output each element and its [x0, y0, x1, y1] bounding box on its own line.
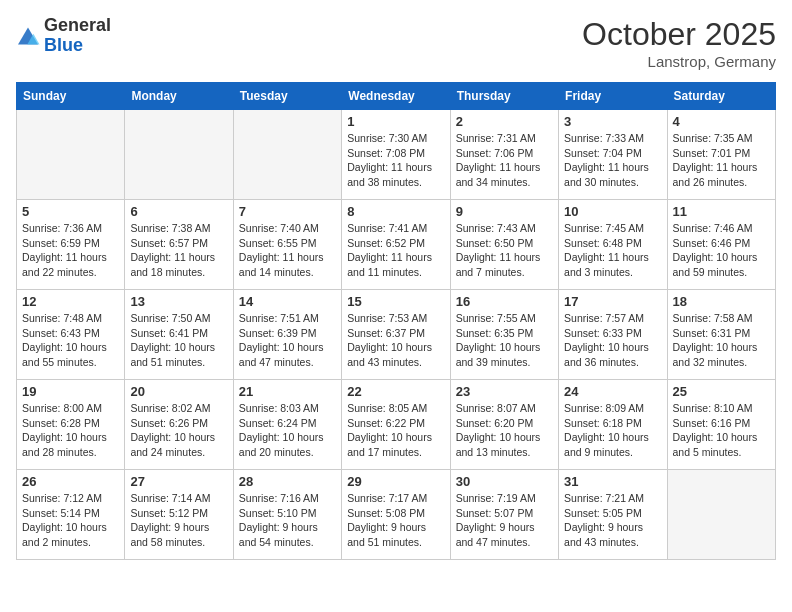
day-number: 17 [564, 294, 661, 309]
logo-general: General [44, 15, 111, 35]
day-number: 9 [456, 204, 553, 219]
day-info: Sunrise: 8:05 AM Sunset: 6:22 PM Dayligh… [347, 401, 444, 460]
calendar-cell: 31Sunrise: 7:21 AM Sunset: 5:05 PM Dayli… [559, 470, 667, 560]
calendar-header: SundayMondayTuesdayWednesdayThursdayFrid… [17, 83, 776, 110]
day-number: 25 [673, 384, 770, 399]
calendar-cell: 11Sunrise: 7:46 AM Sunset: 6:46 PM Dayli… [667, 200, 775, 290]
logo-text: General Blue [44, 16, 111, 56]
day-info: Sunrise: 8:09 AM Sunset: 6:18 PM Dayligh… [564, 401, 661, 460]
day-info: Sunrise: 7:31 AM Sunset: 7:06 PM Dayligh… [456, 131, 553, 190]
day-number: 15 [347, 294, 444, 309]
day-info: Sunrise: 7:40 AM Sunset: 6:55 PM Dayligh… [239, 221, 336, 280]
calendar-cell: 24Sunrise: 8:09 AM Sunset: 6:18 PM Dayli… [559, 380, 667, 470]
weekday-header: Thursday [450, 83, 558, 110]
day-info: Sunrise: 8:07 AM Sunset: 6:20 PM Dayligh… [456, 401, 553, 460]
day-number: 13 [130, 294, 227, 309]
day-info: Sunrise: 7:21 AM Sunset: 5:05 PM Dayligh… [564, 491, 661, 550]
day-number: 30 [456, 474, 553, 489]
day-info: Sunrise: 7:17 AM Sunset: 5:08 PM Dayligh… [347, 491, 444, 550]
calendar-cell: 19Sunrise: 8:00 AM Sunset: 6:28 PM Dayli… [17, 380, 125, 470]
day-number: 10 [564, 204, 661, 219]
calendar-cell: 28Sunrise: 7:16 AM Sunset: 5:10 PM Dayli… [233, 470, 341, 560]
day-number: 29 [347, 474, 444, 489]
calendar-cell: 20Sunrise: 8:02 AM Sunset: 6:26 PM Dayli… [125, 380, 233, 470]
calendar-cell: 6Sunrise: 7:38 AM Sunset: 6:57 PM Daylig… [125, 200, 233, 290]
day-number: 21 [239, 384, 336, 399]
calendar-week-row: 1Sunrise: 7:30 AM Sunset: 7:08 PM Daylig… [17, 110, 776, 200]
weekday-header: Wednesday [342, 83, 450, 110]
day-number: 11 [673, 204, 770, 219]
calendar-week-row: 26Sunrise: 7:12 AM Sunset: 5:14 PM Dayli… [17, 470, 776, 560]
day-number: 14 [239, 294, 336, 309]
calendar-cell: 3Sunrise: 7:33 AM Sunset: 7:04 PM Daylig… [559, 110, 667, 200]
day-info: Sunrise: 7:55 AM Sunset: 6:35 PM Dayligh… [456, 311, 553, 370]
calendar-cell: 16Sunrise: 7:55 AM Sunset: 6:35 PM Dayli… [450, 290, 558, 380]
calendar-cell: 23Sunrise: 8:07 AM Sunset: 6:20 PM Dayli… [450, 380, 558, 470]
calendar-cell [667, 470, 775, 560]
day-info: Sunrise: 7:53 AM Sunset: 6:37 PM Dayligh… [347, 311, 444, 370]
day-number: 28 [239, 474, 336, 489]
day-info: Sunrise: 7:16 AM Sunset: 5:10 PM Dayligh… [239, 491, 336, 550]
month-title: October 2025 [582, 16, 776, 53]
day-number: 2 [456, 114, 553, 129]
page-header: General Blue October 2025 Lanstrop, Germ… [16, 16, 776, 70]
calendar-cell: 2Sunrise: 7:31 AM Sunset: 7:06 PM Daylig… [450, 110, 558, 200]
calendar-cell: 22Sunrise: 8:05 AM Sunset: 6:22 PM Dayli… [342, 380, 450, 470]
day-number: 4 [673, 114, 770, 129]
day-info: Sunrise: 8:02 AM Sunset: 6:26 PM Dayligh… [130, 401, 227, 460]
calendar-week-row: 19Sunrise: 8:00 AM Sunset: 6:28 PM Dayli… [17, 380, 776, 470]
calendar-cell: 21Sunrise: 8:03 AM Sunset: 6:24 PM Dayli… [233, 380, 341, 470]
title-block: October 2025 Lanstrop, Germany [582, 16, 776, 70]
calendar-cell: 8Sunrise: 7:41 AM Sunset: 6:52 PM Daylig… [342, 200, 450, 290]
day-number: 6 [130, 204, 227, 219]
calendar-cell: 26Sunrise: 7:12 AM Sunset: 5:14 PM Dayli… [17, 470, 125, 560]
calendar-cell: 7Sunrise: 7:40 AM Sunset: 6:55 PM Daylig… [233, 200, 341, 290]
day-info: Sunrise: 8:00 AM Sunset: 6:28 PM Dayligh… [22, 401, 119, 460]
calendar-cell: 5Sunrise: 7:36 AM Sunset: 6:59 PM Daylig… [17, 200, 125, 290]
day-info: Sunrise: 7:35 AM Sunset: 7:01 PM Dayligh… [673, 131, 770, 190]
day-info: Sunrise: 7:12 AM Sunset: 5:14 PM Dayligh… [22, 491, 119, 550]
day-number: 3 [564, 114, 661, 129]
day-info: Sunrise: 7:41 AM Sunset: 6:52 PM Dayligh… [347, 221, 444, 280]
day-info: Sunrise: 7:36 AM Sunset: 6:59 PM Dayligh… [22, 221, 119, 280]
day-number: 22 [347, 384, 444, 399]
day-number: 12 [22, 294, 119, 309]
day-number: 7 [239, 204, 336, 219]
calendar-cell [125, 110, 233, 200]
calendar-cell [233, 110, 341, 200]
day-number: 23 [456, 384, 553, 399]
weekday-header: Monday [125, 83, 233, 110]
day-info: Sunrise: 7:58 AM Sunset: 6:31 PM Dayligh… [673, 311, 770, 370]
calendar-cell: 1Sunrise: 7:30 AM Sunset: 7:08 PM Daylig… [342, 110, 450, 200]
day-info: Sunrise: 7:45 AM Sunset: 6:48 PM Dayligh… [564, 221, 661, 280]
day-info: Sunrise: 7:38 AM Sunset: 6:57 PM Dayligh… [130, 221, 227, 280]
day-info: Sunrise: 7:43 AM Sunset: 6:50 PM Dayligh… [456, 221, 553, 280]
day-info: Sunrise: 7:48 AM Sunset: 6:43 PM Dayligh… [22, 311, 119, 370]
day-number: 1 [347, 114, 444, 129]
day-info: Sunrise: 7:50 AM Sunset: 6:41 PM Dayligh… [130, 311, 227, 370]
day-info: Sunrise: 8:03 AM Sunset: 6:24 PM Dayligh… [239, 401, 336, 460]
day-info: Sunrise: 7:51 AM Sunset: 6:39 PM Dayligh… [239, 311, 336, 370]
day-info: Sunrise: 7:33 AM Sunset: 7:04 PM Dayligh… [564, 131, 661, 190]
day-info: Sunrise: 7:57 AM Sunset: 6:33 PM Dayligh… [564, 311, 661, 370]
calendar-cell: 12Sunrise: 7:48 AM Sunset: 6:43 PM Dayli… [17, 290, 125, 380]
calendar-cell: 29Sunrise: 7:17 AM Sunset: 5:08 PM Dayli… [342, 470, 450, 560]
weekday-header: Sunday [17, 83, 125, 110]
calendar-cell [17, 110, 125, 200]
day-number: 5 [22, 204, 119, 219]
calendar-cell: 13Sunrise: 7:50 AM Sunset: 6:41 PM Dayli… [125, 290, 233, 380]
weekday-header: Friday [559, 83, 667, 110]
calendar-cell: 25Sunrise: 8:10 AM Sunset: 6:16 PM Dayli… [667, 380, 775, 470]
calendar-cell: 27Sunrise: 7:14 AM Sunset: 5:12 PM Dayli… [125, 470, 233, 560]
calendar-week-row: 12Sunrise: 7:48 AM Sunset: 6:43 PM Dayli… [17, 290, 776, 380]
calendar-cell: 30Sunrise: 7:19 AM Sunset: 5:07 PM Dayli… [450, 470, 558, 560]
weekday-header: Tuesday [233, 83, 341, 110]
location: Lanstrop, Germany [582, 53, 776, 70]
calendar-cell: 4Sunrise: 7:35 AM Sunset: 7:01 PM Daylig… [667, 110, 775, 200]
logo-icon [16, 26, 40, 46]
day-number: 27 [130, 474, 227, 489]
calendar-cell: 17Sunrise: 7:57 AM Sunset: 6:33 PM Dayli… [559, 290, 667, 380]
calendar-cell: 14Sunrise: 7:51 AM Sunset: 6:39 PM Dayli… [233, 290, 341, 380]
day-info: Sunrise: 8:10 AM Sunset: 6:16 PM Dayligh… [673, 401, 770, 460]
day-number: 24 [564, 384, 661, 399]
